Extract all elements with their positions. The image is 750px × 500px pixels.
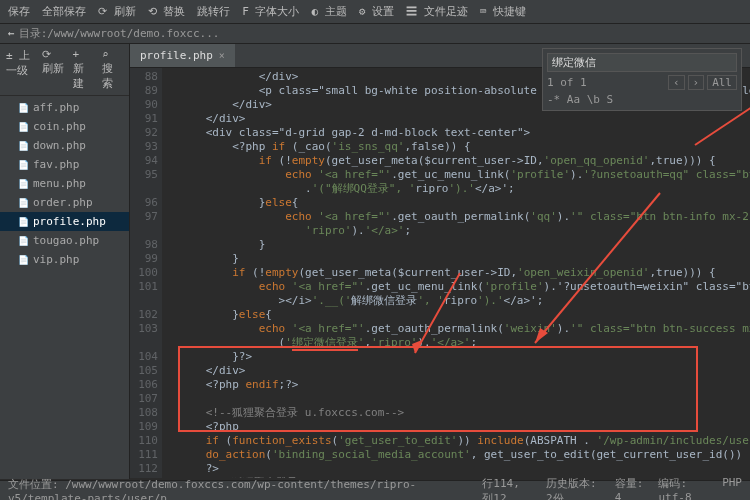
file-item[interactable]: profile.php [0, 212, 129, 231]
up-btn[interactable]: ± 上一级 [6, 48, 34, 91]
status-filepath: 文件位置: /www/wwwroot/demo.foxccs.com/wp-co… [8, 477, 482, 501]
status-bar: 文件位置: /www/wwwroot/demo.foxccs.com/wp-co… [0, 480, 750, 500]
replace-btn[interactable]: ⟲ 替换 [148, 4, 186, 19]
file-list: aff.phpcoin.phpdown.phpfav.phpmenu.phpor… [0, 96, 129, 271]
file-sidebar: ± 上一级 ⟳ 刷新 + 新建 ⌕ 搜索 aff.phpcoin.phpdown… [0, 44, 130, 479]
all-btn[interactable]: All [707, 75, 737, 90]
next-match-btn[interactable]: › [688, 75, 705, 90]
new-btn[interactable]: + 新建 [73, 48, 94, 91]
saveall-btn[interactable]: 全部保存 [42, 4, 86, 19]
prev-match-btn[interactable]: ‹ [668, 75, 685, 90]
code-lines[interactable]: </div> <p class="small bg-white position… [166, 70, 750, 478]
status-history: 历史版本: 2份 [546, 476, 603, 501]
sidebar-tools: ± 上一级 ⟳ 刷新 + 新建 ⌕ 搜索 [0, 44, 129, 96]
theme-btn[interactable]: ◐ 主题 [312, 4, 347, 19]
file-item[interactable]: aff.php [0, 98, 129, 117]
close-icon[interactable]: × [219, 50, 225, 61]
tab-label: profile.php [140, 49, 213, 62]
font-btn[interactable]: F 字体大小 [242, 4, 299, 19]
save-btn[interactable]: 保存 [8, 4, 30, 19]
search-opts: -* Aa \b S [547, 93, 613, 106]
search-result: 1 of 1 [547, 76, 587, 89]
filetabs-btn[interactable]: ☰ 文件足迹 [406, 4, 468, 19]
file-item[interactable]: fav.php [0, 155, 129, 174]
path-bar: ← 目录: /www/wwwroot/demo.foxcc... [0, 24, 750, 44]
file-item[interactable]: vip.php [0, 250, 129, 269]
file-item[interactable]: menu.php [0, 174, 129, 193]
refresh-btn[interactable]: ⟳ 刷新 [42, 48, 65, 91]
status-size: 容量: 4 [615, 476, 647, 501]
status-pos: 行114, 列12 [482, 476, 534, 501]
file-item[interactable]: coin.php [0, 117, 129, 136]
file-item[interactable]: down.php [0, 136, 129, 155]
path-text: /www/wwwroot/demo.foxcc... [47, 27, 219, 40]
search-panel: 1 of 1 ‹ › All -* Aa \b S [542, 48, 742, 111]
tab-profile[interactable]: profile.php × [130, 44, 235, 67]
back-icon[interactable]: ← [8, 27, 15, 40]
path-label: 目录: [19, 26, 48, 41]
refresh-btn[interactable]: ⟳ 刷新 [98, 4, 136, 19]
search-input[interactable] [547, 53, 737, 72]
file-item[interactable]: tougao.php [0, 231, 129, 250]
search-btn[interactable]: ⌕ 搜索 [102, 48, 123, 91]
settings-btn[interactable]: ⚙ 设置 [359, 4, 394, 19]
file-item[interactable]: order.php [0, 193, 129, 212]
shortcuts-btn[interactable]: ⌨ 快捷键 [480, 4, 526, 19]
goto-btn[interactable]: 跳转行 [197, 4, 230, 19]
status-lang: PHP [722, 476, 742, 501]
status-enc: 编码: utf-8 [658, 476, 710, 501]
code-view[interactable]: 8889909192939495969798991001011021031041… [130, 68, 750, 478]
main-toolbar: 保存 全部保存 ⟳ 刷新 ⟲ 替换 跳转行 F 字体大小 ◐ 主题 ⚙ 设置 ☰… [0, 0, 750, 24]
line-gutter: 8889909192939495969798991001011021031041… [130, 68, 162, 478]
